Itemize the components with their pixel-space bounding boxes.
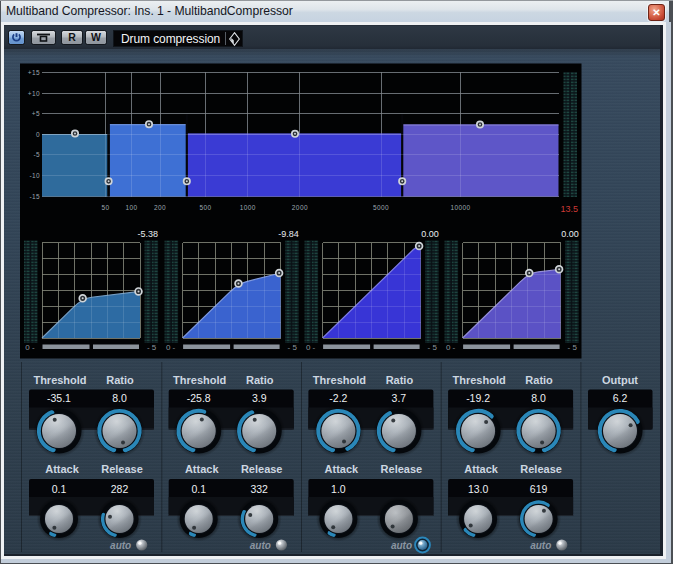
svg-text:-15: -15 — [29, 193, 40, 200]
svg-text:5000: 5000 — [373, 204, 389, 211]
svg-text:8.0: 8.0 — [531, 392, 546, 404]
svg-text:- 5: - 5 — [288, 343, 298, 352]
svg-text:Release: Release — [101, 463, 143, 475]
svg-text:13.0: 13.0 — [468, 483, 489, 495]
svg-text:Attack: Attack — [325, 463, 360, 475]
svg-text:1000: 1000 — [240, 204, 256, 211]
svg-text:0 -: 0 - — [166, 343, 176, 352]
svg-text:Ratio: Ratio — [525, 374, 553, 386]
svg-text:Ratio: Ratio — [386, 374, 414, 386]
svg-text:0: 0 — [36, 131, 40, 138]
svg-text:0.1: 0.1 — [52, 483, 67, 495]
svg-text:+10: +10 — [28, 90, 40, 97]
svg-text:200: 200 — [154, 204, 166, 211]
svg-text:-2.2: -2.2 — [329, 392, 347, 404]
svg-text:13.5: 13.5 — [560, 204, 578, 214]
svg-text:282: 282 — [111, 483, 129, 495]
svg-text:-19.2: -19.2 — [466, 392, 490, 404]
svg-text:50: 50 — [101, 204, 109, 211]
svg-text:0.00: 0.00 — [561, 229, 579, 239]
svg-text:auto: auto — [530, 540, 551, 551]
svg-text:-10: -10 — [29, 172, 40, 179]
svg-text:3.7: 3.7 — [392, 392, 407, 404]
svg-text:Threshold: Threshold — [453, 374, 506, 386]
svg-text:10000: 10000 — [451, 204, 471, 211]
svg-text:Ratio: Ratio — [106, 374, 134, 386]
svg-text:3.9: 3.9 — [252, 392, 267, 404]
svg-text:Output: Output — [602, 374, 638, 386]
svg-text:Threshold: Threshold — [313, 374, 366, 386]
svg-text:619: 619 — [530, 483, 548, 495]
svg-text:auto: auto — [250, 540, 271, 551]
svg-text:-25.8: -25.8 — [187, 392, 211, 404]
svg-text:Release: Release — [241, 463, 283, 475]
svg-text:0 -: 0 - — [25, 343, 35, 352]
svg-text:auto: auto — [110, 540, 131, 551]
svg-text:0 -: 0 - — [446, 343, 456, 352]
svg-text:+5: +5 — [32, 110, 40, 117]
svg-text:2000: 2000 — [292, 204, 308, 211]
svg-text:8.0: 8.0 — [112, 392, 127, 404]
svg-text:+15: +15 — [28, 69, 40, 76]
svg-text:Attack: Attack — [185, 463, 220, 475]
svg-text:-5.38: -5.38 — [138, 229, 159, 239]
svg-text:-5: -5 — [33, 151, 40, 158]
svg-text:0.00: 0.00 — [421, 229, 439, 239]
svg-text:Threshold: Threshold — [173, 374, 226, 386]
svg-text:- 5: - 5 — [147, 343, 157, 352]
svg-text:6.2: 6.2 — [613, 392, 628, 404]
svg-text:100: 100 — [125, 204, 137, 211]
svg-text:Threshold: Threshold — [33, 374, 86, 386]
svg-text:auto: auto — [391, 540, 412, 551]
svg-text:- 5: - 5 — [428, 343, 438, 352]
svg-text:Release: Release — [520, 463, 562, 475]
svg-text:500: 500 — [200, 204, 212, 211]
svg-text:- 5: - 5 — [568, 343, 578, 352]
svg-text:Attack: Attack — [45, 463, 80, 475]
svg-text:1.0: 1.0 — [331, 483, 346, 495]
svg-text:Ratio: Ratio — [246, 374, 274, 386]
svg-text:Attack: Attack — [464, 463, 499, 475]
svg-text:0.1: 0.1 — [191, 483, 206, 495]
svg-text:332: 332 — [250, 483, 268, 495]
svg-text:0 -: 0 - — [306, 343, 316, 352]
svg-text:-9.84: -9.84 — [278, 229, 299, 239]
svg-text:Release: Release — [381, 463, 423, 475]
svg-text:-35.1: -35.1 — [47, 392, 71, 404]
